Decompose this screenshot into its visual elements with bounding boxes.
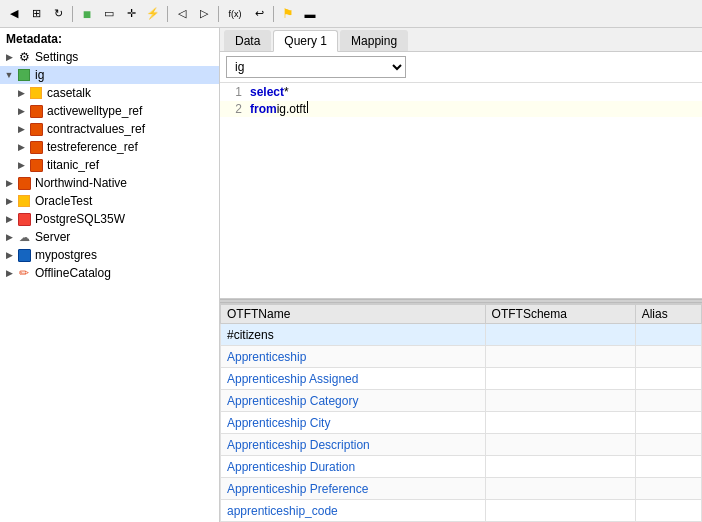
- save-btn[interactable]: ▭: [99, 4, 119, 24]
- cell-alias: [635, 390, 701, 412]
- tab-data[interactable]: Data: [224, 30, 271, 51]
- cell-otftname: apprenticeship_code: [221, 500, 486, 522]
- sidebar: Metadata: ▶ ⚙ Settings ▼ ig ▶ casetalk ▶…: [0, 28, 220, 522]
- sidebar-item-settings[interactable]: ▶ ⚙ Settings: [0, 48, 219, 66]
- cell-otftschema: [485, 368, 635, 390]
- code-editor[interactable]: 1 select * 2 from ig.otft: [220, 83, 702, 299]
- sep4: [273, 6, 274, 22]
- cell-otftname: Apprenticeship Description: [221, 434, 486, 456]
- tab-query1[interactable]: Query 1: [273, 30, 338, 52]
- arrow-ig: ▼: [2, 68, 16, 82]
- results-table: OTFTName OTFTSchema Alias #citizens Appr…: [220, 304, 702, 522]
- table-row[interactable]: Apprenticeship Duration: [221, 456, 702, 478]
- oracle-label: OracleTest: [35, 194, 92, 208]
- refresh-btn[interactable]: ↻: [48, 4, 68, 24]
- cell-alias: [635, 456, 701, 478]
- settings-label: Settings: [35, 50, 78, 64]
- tabs: Data Query 1 Mapping: [220, 28, 702, 52]
- sidebar-item-ig[interactable]: ▼ ig: [0, 66, 219, 84]
- arrow-server: ▶: [2, 230, 16, 244]
- sidebar-item-casetalk[interactable]: ▶ casetalk: [14, 84, 219, 102]
- arrow-northwind: ▶: [2, 176, 16, 190]
- postgresql-label: PostgreSQL35W: [35, 212, 125, 226]
- mypostgres-label: mypostgres: [35, 248, 97, 262]
- query-panel: ig 1 select * 2 from ig.otft: [220, 52, 702, 299]
- lightning-btn[interactable]: ⚡: [143, 4, 163, 24]
- fx-btn[interactable]: f(x): [223, 4, 247, 24]
- col-alias: Alias: [635, 305, 701, 324]
- arrow-titanic: ▶: [14, 158, 28, 172]
- kw-select: select: [250, 85, 284, 99]
- sidebar-item-oracle[interactable]: ▶ OracleTest: [0, 192, 219, 210]
- sidebar-item-postgresql[interactable]: ▶ PostgreSQL35W: [0, 210, 219, 228]
- arrow-testreference: ▶: [14, 140, 28, 154]
- cell-otftschema: [485, 478, 635, 500]
- kw-from: from: [250, 102, 277, 116]
- stop-btn[interactable]: ■: [77, 4, 97, 24]
- text-cursor: [307, 101, 308, 113]
- table-row[interactable]: #citizens: [221, 324, 702, 346]
- cell-otftschema: [485, 390, 635, 412]
- activewelltype-label: activewelltype_ref: [47, 104, 142, 118]
- arrow-contractvalues: ▶: [14, 122, 28, 136]
- grid-btn[interactable]: ⊞: [26, 4, 46, 24]
- sidebar-item-server[interactable]: ▶ ☁ Server: [0, 228, 219, 246]
- cell-otftname: #citizens: [221, 324, 486, 346]
- offlinecatalog-icon: ✏: [16, 265, 32, 281]
- cell-otftname: Apprenticeship Preference: [221, 478, 486, 500]
- code-table: ig.otft: [277, 102, 306, 116]
- sidebar-item-titanic[interactable]: ▶ titanic_ref: [14, 156, 219, 174]
- sidebar-item-northwind[interactable]: ▶ Northwind-Native: [0, 174, 219, 192]
- casetalk-icon: [28, 85, 44, 101]
- back-btn[interactable]: ◀: [4, 4, 24, 24]
- sidebar-item-contractvalues[interactable]: ▶ contractvalues_ref: [14, 120, 219, 138]
- table-row[interactable]: Apprenticeship Preference: [221, 478, 702, 500]
- cell-alias: [635, 346, 701, 368]
- arrow-offlinecatalog: ▶: [2, 266, 16, 280]
- cell-otftname: Apprenticeship Duration: [221, 456, 486, 478]
- sidebar-item-testreference[interactable]: ▶ testreference_ref: [14, 138, 219, 156]
- next-btn[interactable]: ▷: [194, 4, 214, 24]
- sidebar-item-offlinecatalog[interactable]: ▶ ✏ OfflineCatalog: [0, 264, 219, 282]
- col-otftschema: OTFTSchema: [485, 305, 635, 324]
- oracle-icon: [16, 193, 32, 209]
- cell-alias: [635, 368, 701, 390]
- col-otftname: OTFTName: [221, 305, 486, 324]
- sidebar-item-mypostgres[interactable]: ▶ mypostgres: [0, 246, 219, 264]
- casetalk-label: casetalk: [47, 86, 91, 100]
- cell-otftname: Apprenticeship Category: [221, 390, 486, 412]
- northwind-label: Northwind-Native: [35, 176, 127, 190]
- code-line-2: 2 from ig.otft: [220, 101, 702, 117]
- schema-select[interactable]: ig: [226, 56, 406, 78]
- server-icon: ☁: [16, 229, 32, 245]
- cell-alias: [635, 324, 701, 346]
- cell-otftschema: [485, 500, 635, 522]
- table-row[interactable]: Apprenticeship City: [221, 412, 702, 434]
- prev-btn[interactable]: ◁: [172, 4, 192, 24]
- flag-btn[interactable]: ⚑: [278, 4, 298, 24]
- move-btn[interactable]: ✛: [121, 4, 141, 24]
- table-row[interactable]: Apprenticeship Category: [221, 390, 702, 412]
- table-row[interactable]: apprenticeship_code: [221, 500, 702, 522]
- tab-mapping[interactable]: Mapping: [340, 30, 408, 51]
- cell-otftname: Apprenticeship: [221, 346, 486, 368]
- cell-alias: [635, 478, 701, 500]
- target-btn[interactable]: ▬: [300, 4, 320, 24]
- arrow-settings: ▶: [2, 50, 16, 64]
- cell-alias: [635, 434, 701, 456]
- right-panel: Data Query 1 Mapping ig 1 select * 2: [220, 28, 702, 522]
- table-row[interactable]: Apprenticeship Description: [221, 434, 702, 456]
- testreference-label: testreference_ref: [47, 140, 138, 154]
- cell-alias: [635, 412, 701, 434]
- cell-otftschema: [485, 434, 635, 456]
- table-row[interactable]: Apprenticeship Assigned: [221, 368, 702, 390]
- ig-icon: [16, 67, 32, 83]
- cell-otftschema: [485, 324, 635, 346]
- undo-btn[interactable]: ↩: [249, 4, 269, 24]
- ig-children: ▶ casetalk ▶ activewelltype_ref ▶ contra…: [0, 84, 219, 174]
- arrow-activewelltype: ▶: [14, 104, 28, 118]
- query-toolbar: ig: [220, 52, 702, 83]
- sidebar-header: Metadata:: [0, 30, 219, 48]
- table-row[interactable]: Apprenticeship: [221, 346, 702, 368]
- sidebar-item-activewelltype[interactable]: ▶ activewelltype_ref: [14, 102, 219, 120]
